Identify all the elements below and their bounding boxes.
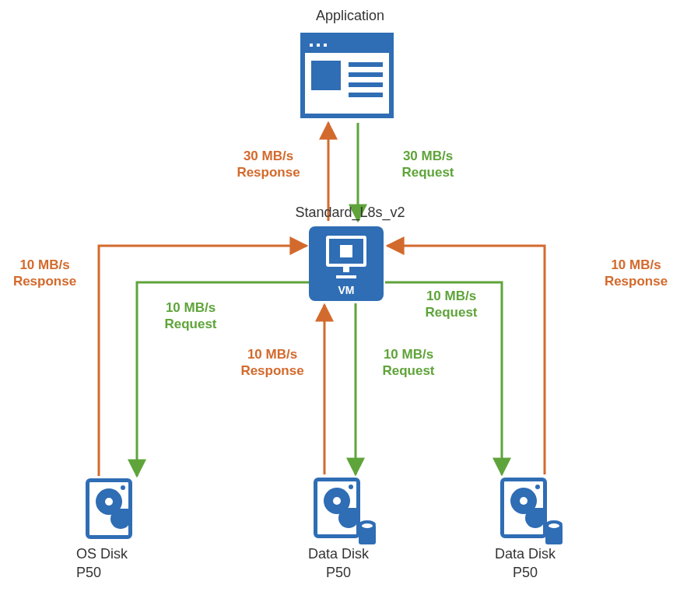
- os-disk-tier: P50: [76, 565, 162, 582]
- label-vm-to-os-request: 10 MB/s Request: [152, 299, 230, 333]
- label-os-to-vm-response: 10 MB/s Response: [4, 257, 86, 290]
- data-disk-1-icon: [314, 478, 368, 541]
- data-disk-2-tier: P50: [475, 565, 576, 582]
- vm-type-label: Standard_L8s_v2: [280, 205, 420, 222]
- label-app-to-vm-request: 30 MB/s Request: [389, 148, 467, 181]
- data-disk-2-icon: [500, 478, 555, 541]
- application-label: Application: [280, 8, 420, 25]
- vm-badge: VM: [338, 284, 355, 296]
- label-vm-to-d2-request: 10 MB/s Request: [412, 288, 490, 321]
- label-vm-to-d1-request: 10 MB/s Request: [370, 346, 447, 380]
- data-disk-1-name: Data Disk: [288, 546, 389, 563]
- data-disk-1-tier: P50: [288, 565, 389, 582]
- os-disk-icon: [86, 478, 140, 542]
- vm-icon: VM: [309, 226, 384, 301]
- label-d2-to-vm-response: 10 MB/s Response: [595, 257, 677, 290]
- data-disk-2-name: Data Disk: [475, 546, 576, 563]
- label-vm-to-app-response: 30 MB/s Response: [230, 148, 307, 181]
- application-icon: [300, 33, 394, 118]
- label-d1-to-vm-response: 10 MB/s Response: [233, 346, 311, 380]
- os-disk-name: OS Disk: [76, 546, 162, 563]
